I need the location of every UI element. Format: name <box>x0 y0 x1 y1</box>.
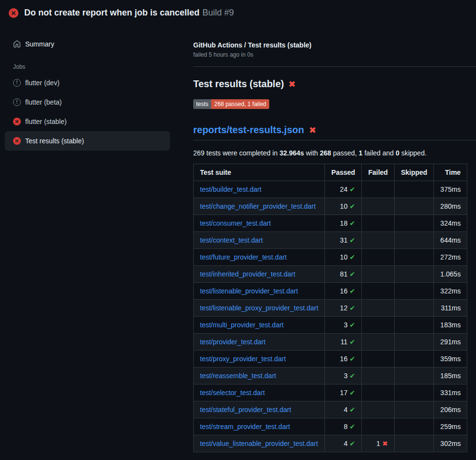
check-icon: ✔ <box>350 202 355 210</box>
passed-cell: 3✔ <box>325 368 362 384</box>
table-header-row: Test suite Passed Failed Skipped Time <box>194 164 467 181</box>
jobs-section-label: Jobs <box>13 63 170 70</box>
skipped-cell <box>394 181 433 198</box>
test-suite-link[interactable]: test/reassemble_test.dart <box>200 372 276 380</box>
failed-cell <box>362 418 394 435</box>
test-suite-link[interactable]: test/value_listenable_provider_test.dart <box>200 440 318 447</box>
col-time: Time <box>434 164 467 181</box>
skipped-cell <box>394 351 433 368</box>
sidebar-item-label: flutter (beta) <box>25 98 61 106</box>
test-suite-link[interactable]: test/stateful_provider_test.dart <box>200 406 291 414</box>
time-cell: 259ms <box>434 418 467 435</box>
table-row: test/consumer_test.dart18✔324ms <box>194 215 467 232</box>
test-suite-link[interactable]: test/future_provider_test.dart <box>200 253 287 261</box>
passed-cell: 81✔ <box>325 266 362 283</box>
table-row: test/inherited_provider_test.dart81✔1.06… <box>194 266 467 283</box>
sidebar-item-test-results-stable-[interactable]: Test results (stable) <box>5 131 170 151</box>
skipped-cell <box>394 418 433 435</box>
col-failed: Failed <box>362 164 394 181</box>
passed-cell: 12✔ <box>325 300 362 317</box>
sidebar-item-flutter-dev-[interactable]: !flutter (dev) <box>5 73 170 92</box>
test-suite-cell: test/change_notifier_provider_test.dart <box>194 198 325 215</box>
table-row: test/builder_test.dart24✔375ms <box>194 181 467 198</box>
test-suite-link[interactable]: test/context_test.dart <box>200 236 263 244</box>
table-body: test/builder_test.dart24✔375mstest/chang… <box>194 181 467 452</box>
check-icon: ✔ <box>350 338 355 346</box>
test-suite-cell: test/listenable_proxy_provider_test.dart <box>194 300 325 317</box>
table-row: test/future_provider_test.dart10✔272ms <box>194 249 467 266</box>
test-suite-cell: test/future_provider_test.dart <box>194 249 325 266</box>
test-suite-link[interactable]: test/proxy_provider_test.dart <box>200 355 286 363</box>
test-suite-link[interactable]: test/selector_test.dart <box>200 389 265 397</box>
status-line: failed 5 hours ago in 0s <box>193 51 476 58</box>
failed-cell <box>362 181 394 198</box>
build-number: Build #9 <box>202 8 234 17</box>
time-cell: 322ms <box>434 283 467 300</box>
col-skipped: Skipped <box>394 164 433 181</box>
sidebar-jobs-list: !flutter (dev)!flutter (beta)flutter (st… <box>5 73 170 151</box>
table-row: test/reassemble_test.dart3✔185ms <box>194 368 467 384</box>
test-suite-cell: test/multi_provider_test.dart <box>194 317 325 334</box>
test-suite-link[interactable]: test/builder_test.dart <box>200 185 261 193</box>
test-suite-link[interactable]: test/stream_provider_test.dart <box>200 423 290 430</box>
time-cell: 359ms <box>434 351 467 368</box>
sidebar-item-label: Test results (stable) <box>25 137 84 145</box>
test-suite-link[interactable]: test/multi_provider_test.dart <box>200 321 284 329</box>
test-suite-link[interactable]: test/provider_test.dart <box>200 338 265 346</box>
check-icon: ✔ <box>350 287 355 295</box>
passed-cell: 16✔ <box>325 351 362 368</box>
check-run-title: Do not create report when job is cancell… <box>24 8 200 17</box>
test-suite-cell: test/value_listenable_provider_test.dart <box>194 435 325 452</box>
sidebar-item-label: flutter (stable) <box>25 118 67 125</box>
passed-cell: 24✔ <box>325 181 362 198</box>
skipped-cell <box>394 232 433 249</box>
check-icon: ✔ <box>350 423 355 430</box>
failed-cell <box>362 283 394 300</box>
failed-cell <box>362 317 394 334</box>
check-icon: ✔ <box>350 253 355 261</box>
check-icon: ✔ <box>350 440 355 447</box>
sidebar-item-flutter-beta-[interactable]: !flutter (beta) <box>5 92 170 112</box>
failed-cell <box>362 198 394 215</box>
x-circle-fill-icon <box>9 8 18 18</box>
x-icon: ✖ <box>382 440 388 447</box>
test-suite-link[interactable]: test/inherited_provider_test.dart <box>200 270 295 278</box>
check-icon: ✔ <box>350 321 355 329</box>
skipped-cell <box>394 300 433 317</box>
sidebar-item-flutter-stable-[interactable]: flutter (stable) <box>5 112 170 131</box>
test-suite-link[interactable]: test/change_notifier_provider_test.dart <box>200 202 316 210</box>
time-cell: 331ms <box>434 384 467 401</box>
main-panel: GitHub Actions / Test results (stable) f… <box>170 23 476 452</box>
report-file-link[interactable]: reports/test-results.json <box>193 124 304 136</box>
sidebar-item-label: flutter (dev) <box>25 79 60 87</box>
sidebar-item-summary[interactable]: Summary <box>5 35 170 53</box>
alert-circle-icon: ! <box>13 79 21 87</box>
failed-cell <box>362 249 394 266</box>
passed-cell: 31✔ <box>325 232 362 249</box>
skipped-cell <box>394 368 433 384</box>
sidebar: Summary Jobs !flutter (dev)!flutter (bet… <box>0 23 170 151</box>
skipped-cell <box>394 401 433 418</box>
test-suite-link[interactable]: test/consumer_test.dart <box>200 219 271 227</box>
skipped-cell <box>394 334 433 351</box>
table-row: test/context_test.dart31✔644ms <box>194 232 467 249</box>
divider <box>193 66 476 67</box>
time-cell: 280ms <box>434 198 467 215</box>
test-suite-cell: test/proxy_provider_test.dart <box>194 351 325 368</box>
test-suite-link[interactable]: test/listenable_provider_test.dart <box>200 287 298 295</box>
time-cell: 375ms <box>434 181 467 198</box>
badge-label: tests <box>193 99 211 109</box>
test-suite-cell: test/provider_test.dart <box>194 334 325 351</box>
passed-cell: 3✔ <box>325 317 362 334</box>
col-passed: Passed <box>325 164 362 181</box>
time-cell: 291ms <box>434 334 467 351</box>
test-suite-link[interactable]: test/listenable_proxy_provider_test.dart <box>200 304 318 312</box>
failed-cell <box>362 334 394 351</box>
failed-cell <box>362 401 394 418</box>
time-cell: 1.065s <box>434 266 467 283</box>
test-suite-cell: test/reassemble_test.dart <box>194 368 325 384</box>
x-circle-fill-icon <box>13 137 21 145</box>
failed-cell <box>362 384 394 401</box>
results-summary: 269 tests were completed in 32.964s with… <box>193 149 476 157</box>
check-icon: ✔ <box>350 372 355 380</box>
